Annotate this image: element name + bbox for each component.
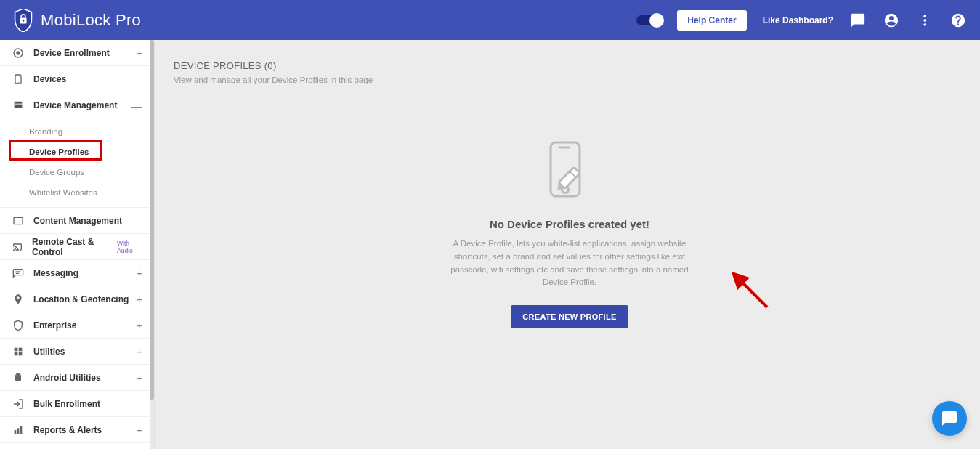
svg-point-19 <box>19 375 20 376</box>
sidebar-item-location[interactable]: Location & Geofencing + <box>0 286 154 312</box>
message-icon <box>12 267 25 280</box>
sidebar-item-label: Device Management <box>33 100 117 110</box>
collapse-icon: — <box>131 100 142 112</box>
svg-point-2 <box>923 15 926 17</box>
chat-icon[interactable] <box>849 12 867 29</box>
empty-state: No Device Profiles created yet! A Device… <box>174 139 965 328</box>
sidebar-scrollbar[interactable] <box>150 40 154 449</box>
main-content: DEVICE PROFILES (0) View and manage all … <box>155 40 980 449</box>
expand-icon: + <box>136 267 142 279</box>
shield-lock-icon <box>13 9 33 32</box>
folder-icon <box>12 99 25 112</box>
sidebar-item-label: Reports & Alerts <box>33 425 102 435</box>
sidebar-item-reports[interactable]: Reports & Alerts + <box>0 417 154 443</box>
svg-rect-9 <box>15 102 23 108</box>
sidebar-item-label: Android Utilities <box>33 373 101 383</box>
sidebar: Device Enrollment + Devices Device Manag… <box>0 40 155 449</box>
account-icon[interactable] <box>883 12 900 29</box>
empty-state-description: A Device Profile, lets you white-list ap… <box>446 238 693 289</box>
sidebar-item-label: Enterprise <box>33 320 76 331</box>
shield-icon <box>12 319 25 332</box>
header-actions: Help Center Like Dashboard? <box>636 10 967 31</box>
sidebar-item-device-management[interactable]: Device Management — <box>0 92 154 118</box>
sidebar-item-label: Messaging <box>33 268 78 278</box>
svg-rect-14 <box>15 347 18 351</box>
sidebar-item-device-enrollment[interactable]: Device Enrollment + <box>0 40 154 66</box>
svg-rect-11 <box>14 217 23 224</box>
theme-toggle[interactable] <box>636 15 661 25</box>
submenu-branding[interactable]: Branding <box>0 121 154 142</box>
sidebar-item-messaging[interactable]: Messaging + <box>0 260 154 286</box>
login-icon <box>12 397 25 410</box>
svg-point-1 <box>23 20 25 22</box>
cast-icon <box>12 240 23 254</box>
submenu-whitelist-websites[interactable]: Whitelist Websites <box>0 182 154 203</box>
brand-title: MobiLock Pro <box>41 11 141 30</box>
expand-icon: + <box>136 345 142 357</box>
svg-rect-22 <box>15 430 17 434</box>
submenu-label: Whitelist Websites <box>29 188 97 197</box>
empty-state-title: No Device Profiles created yet! <box>174 218 965 230</box>
toggle-knob <box>649 13 664 28</box>
expand-icon: + <box>136 371 142 384</box>
sidebar-item-label: Bulk Enrollment <box>33 399 100 409</box>
sidebar-item-utilities[interactable]: Utilities + <box>0 339 154 365</box>
expand-icon: + <box>136 46 142 59</box>
svg-rect-24 <box>20 426 23 434</box>
content-icon <box>12 214 25 227</box>
svg-rect-28 <box>559 167 580 189</box>
svg-rect-15 <box>19 347 23 351</box>
page-title: DEVICE PROFILES (0) <box>174 60 965 71</box>
svg-rect-23 <box>17 428 20 434</box>
tablet-icon <box>12 73 25 86</box>
sidebar-item-android-utilities[interactable]: Android Utilities + <box>0 365 154 391</box>
sidebar-item-label: Location & Geofencing <box>33 294 129 304</box>
with-audio-badge: With Audio <box>117 240 142 254</box>
svg-point-8 <box>17 81 18 82</box>
submenu-device-groups[interactable]: Device Groups <box>0 162 154 182</box>
like-dashboard-link[interactable]: Like Dashboard? <box>763 15 833 25</box>
create-new-profile-button[interactable]: CREATE NEW PROFILE <box>511 305 628 328</box>
help-icon[interactable] <box>949 12 967 29</box>
target-icon <box>12 46 25 60</box>
svg-point-4 <box>923 23 926 25</box>
svg-line-21 <box>20 373 20 374</box>
svg-point-3 <box>923 19 926 21</box>
sidebar-item-content-management[interactable]: Content Management <box>0 208 154 234</box>
grid-icon <box>12 345 25 358</box>
bar-chart-icon <box>12 424 25 437</box>
scrollbar-thumb[interactable] <box>150 40 154 400</box>
svg-point-6 <box>16 51 20 54</box>
expand-icon: + <box>136 293 142 305</box>
sidebar-item-label: Device Enrollment <box>33 48 110 58</box>
sidebar-item-label: Content Management <box>33 216 122 226</box>
help-center-button[interactable]: Help Center <box>677 10 746 31</box>
sidebar-item-label: Utilities <box>33 347 65 357</box>
svg-rect-10 <box>15 104 23 105</box>
more-menu-icon[interactable] <box>916 12 934 29</box>
annotation-highlight-box <box>9 140 102 161</box>
expand-icon: + <box>136 424 142 436</box>
svg-rect-16 <box>15 352 18 355</box>
submenu-label: Device Groups <box>29 168 84 177</box>
map-pin-icon <box>12 293 25 306</box>
page-subtitle: View and manage all your Device Profiles… <box>174 76 965 84</box>
android-icon <box>12 371 25 384</box>
expand-icon: + <box>136 319 142 331</box>
sidebar-item-bulk-enrollment[interactable]: Bulk Enrollment <box>0 391 154 417</box>
sidebar-item-label: Remote Cast & Control <box>32 237 114 257</box>
sidebar-item-enterprise[interactable]: Enterprise + <box>0 312 154 339</box>
submenu-label: Branding <box>29 127 62 136</box>
device-management-submenu: Branding Device Profiles Device Groups W… <box>0 118 154 208</box>
svg-line-20 <box>16 373 17 374</box>
svg-rect-17 <box>19 352 23 355</box>
sidebar-item-label: Devices <box>33 74 66 84</box>
svg-point-18 <box>16 375 17 376</box>
brand-area: MobiLock Pro <box>13 9 141 32</box>
sidebar-item-devices[interactable]: Devices <box>0 66 154 92</box>
phone-edit-icon <box>540 139 599 208</box>
app-header: MobiLock Pro Help Center Like Dashboard? <box>0 0 980 40</box>
chat-fab[interactable] <box>932 401 967 436</box>
sidebar-item-remote-cast[interactable]: Remote Cast & Control With Audio <box>0 234 154 260</box>
